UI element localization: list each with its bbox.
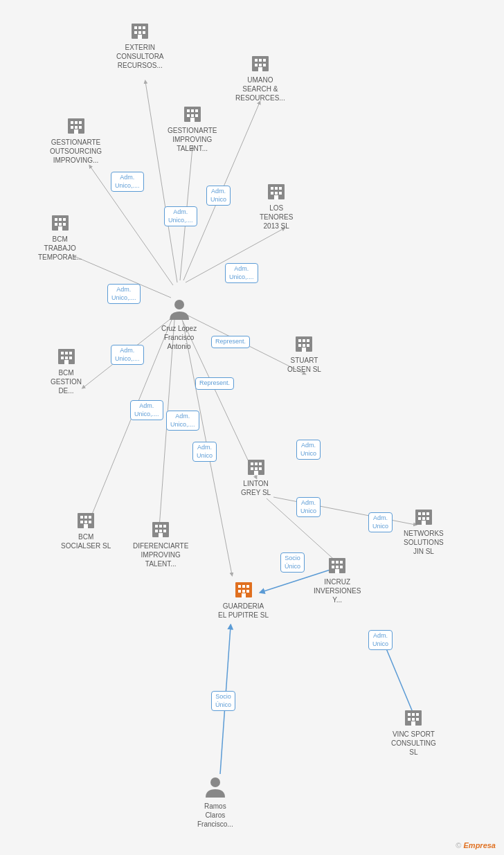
svg-rect-21 [134, 31, 137, 34]
svg-rect-19 [138, 26, 141, 29]
svg-rect-119 [422, 517, 425, 520]
svg-rect-118 [418, 517, 421, 520]
svg-rect-58 [271, 187, 273, 190]
svg-rect-39 [195, 114, 198, 117]
badge-adm-unico-11[interactable]: Adm.Unico [296, 497, 321, 517]
svg-rect-103 [255, 467, 258, 470]
node-ramos-claros[interactable]: RamosClarosFrancisco... [197, 775, 233, 829]
node-linton-grey[interactable]: LINTONGREY SL [241, 456, 271, 497]
building-icon-orange [233, 578, 255, 600]
node-los-tenores[interactable]: LOSTENORES2013 SL [260, 180, 293, 231]
svg-rect-93 [163, 525, 166, 528]
svg-rect-89 [84, 524, 88, 528]
svg-rect-127 [242, 590, 245, 593]
svg-rect-79 [303, 344, 305, 347]
svg-rect-132 [412, 713, 415, 716]
svg-rect-113 [335, 569, 339, 573]
node-bcm-socialser[interactable]: BCMSOCIALSER SL [61, 509, 111, 550]
svg-point-138 [210, 777, 220, 787]
svg-rect-68 [65, 352, 68, 354]
svg-rect-22 [138, 31, 141, 34]
svg-rect-123 [238, 585, 241, 588]
svg-rect-52 [63, 218, 66, 221]
svg-rect-78 [298, 344, 301, 347]
node-guarderia[interactable]: GUARDERIAEL PUPITRE SL [218, 578, 269, 620]
svg-rect-91 [155, 525, 158, 528]
badge-socio-unico-2[interactable]: SocioÚnico [211, 691, 235, 711]
svg-rect-53 [55, 223, 57, 226]
badge-adm-unico-9[interactable]: Adm.Unico [192, 442, 217, 462]
badge-adm-unico-10[interactable]: Adm.Unico [296, 440, 321, 460]
badge-represent-2[interactable]: Represent. [195, 377, 234, 390]
svg-rect-38 [191, 114, 194, 117]
node-stuart-olsen[interactable]: STUARTOLSEN SL [287, 332, 321, 374]
svg-rect-29 [255, 64, 258, 66]
node-vinc-sport[interactable]: VINC SPORTCONSULTINGSL [391, 706, 436, 757]
svg-rect-55 [63, 223, 66, 226]
node-exterin[interactable]: EXTERINCONSULTORARECURSOS... [116, 19, 164, 70]
node-linton-grey-label: LINTONGREY SL [241, 479, 271, 497]
node-cruz-lopez[interactable]: Cruz LopezFranciscoAntonio [161, 298, 197, 351]
node-networks[interactable]: NETWORKSSOLUTIONSJIN SL [404, 505, 444, 556]
node-bcm-gestion[interactable]: BCMGESTIONDE... [51, 345, 82, 395]
building-icon [65, 114, 87, 136]
svg-rect-101 [259, 462, 262, 465]
badge-represent-1[interactable]: Represent. [211, 336, 250, 348]
svg-rect-44 [79, 121, 82, 124]
svg-rect-67 [61, 352, 64, 354]
svg-rect-59 [275, 187, 278, 190]
node-exterin-label: EXTERINCONSULTORARECURSOS... [116, 43, 164, 70]
node-incruz[interactable]: INCRUZINVERSIONESY... [314, 554, 361, 604]
node-gestionarte-outsourcing[interactable]: GESTIONARTEOUTSOURCINGIMPROVING... [50, 114, 102, 165]
badge-adm-unico-12[interactable]: Adm.Unico [368, 512, 393, 532]
node-umano[interactable]: UMANOSEARCH &RESOURCES... [235, 52, 285, 102]
svg-rect-18 [134, 26, 137, 29]
badge-adm-unico-1[interactable]: Adm.Unico,.... [111, 172, 144, 192]
node-diferenciarte[interactable]: DIFERENCIARTEIMPROVINGTALENT... [133, 518, 188, 568]
svg-rect-70 [61, 357, 64, 359]
building-icon [49, 211, 71, 233]
svg-rect-131 [408, 713, 411, 716]
svg-rect-94 [155, 530, 158, 532]
person-icon [167, 298, 192, 323]
node-bcm-trabajo[interactable]: BCMTRABAJOTEMPORAL... [38, 211, 82, 262]
person-icon [203, 775, 228, 800]
svg-rect-31 [263, 64, 266, 66]
node-bcm-gestion-label: BCMGESTIONDE... [51, 368, 82, 395]
badge-adm-unico-6[interactable]: Adm.Unico,.... [111, 345, 144, 365]
svg-rect-42 [71, 121, 73, 124]
badge-socio-unico-1[interactable]: SocioÚnico [280, 552, 305, 573]
badge-adm-unico-4[interactable]: Adm.Unico,.... [225, 263, 258, 283]
svg-rect-62 [275, 192, 278, 195]
badge-adm-unico-7[interactable]: Adm.Unico,.... [130, 400, 163, 420]
badge-adm-unico-13[interactable]: Adm.Unico [368, 630, 393, 650]
node-umano-label: UMANOSEARCH &RESOURCES... [235, 75, 285, 102]
svg-rect-23 [143, 31, 145, 34]
svg-rect-32 [258, 67, 262, 71]
svg-rect-37 [187, 114, 190, 117]
svg-rect-136 [416, 718, 419, 721]
node-ramos-claros-label: RamosClarosFrancisco... [197, 802, 233, 829]
svg-rect-51 [59, 218, 62, 221]
node-bcm-socialser-label: BCMSOCIALSER SL [61, 532, 111, 550]
svg-rect-56 [58, 226, 62, 231]
svg-rect-84 [84, 516, 87, 519]
svg-rect-120 [426, 517, 429, 520]
svg-rect-100 [255, 462, 258, 465]
badge-adm-unico-2[interactable]: Adm.Unico,.... [164, 206, 197, 226]
svg-rect-137 [411, 721, 415, 726]
badge-adm-unico-5[interactable]: Adm.Unico,.... [107, 284, 141, 304]
badge-adm-unico-8[interactable]: Adm.Unico,.... [166, 411, 199, 431]
svg-point-65 [174, 300, 184, 309]
svg-rect-48 [74, 129, 78, 134]
building-icon [402, 706, 424, 728]
svg-rect-81 [302, 348, 306, 352]
svg-rect-35 [191, 109, 194, 112]
badge-adm-unico-3[interactable]: Adm.Unico [206, 186, 231, 206]
node-gestionarte-improving[interactable]: GESTIONARTEIMPROVINGTALENT... [168, 102, 217, 153]
svg-rect-27 [259, 59, 262, 62]
svg-rect-124 [242, 585, 245, 588]
building-icon [293, 332, 315, 354]
node-gestionarte-improving-label: GESTIONARTEIMPROVINGTALENT... [168, 126, 217, 153]
svg-rect-36 [195, 109, 198, 112]
